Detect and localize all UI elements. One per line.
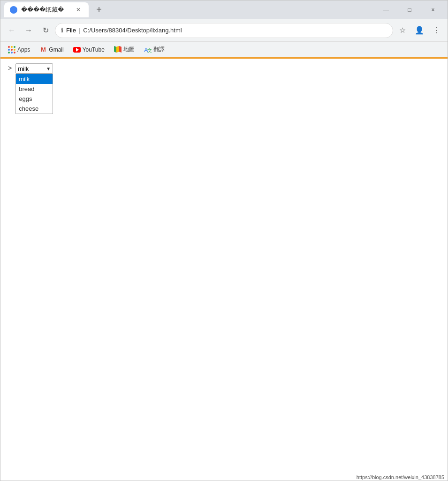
back-button[interactable]: ← bbox=[4, 23, 19, 38]
title-bar: ����纸藏� × + — □ × bbox=[0, 0, 448, 19]
account-button[interactable]: 👤 bbox=[412, 23, 427, 38]
url-text: C:/Users/88304/Desktop/lixiang.html bbox=[83, 27, 387, 34]
chrome-menu-button[interactable]: ⋮ bbox=[429, 23, 444, 38]
address-bar: ← → ↻ ℹ File | C:/Users/88304/Desktop/li… bbox=[0, 19, 448, 42]
svg-marker-3 bbox=[114, 46, 116, 53]
tab-favicon bbox=[10, 6, 17, 14]
dropdown-container: milk ▼ milk bread eggs cheese bbox=[15, 63, 53, 74]
forward-button[interactable]: → bbox=[21, 23, 36, 38]
lock-icon: ℹ bbox=[61, 27, 63, 34]
maximize-button[interactable]: □ bbox=[399, 2, 420, 17]
bookmark-apps-label: Apps bbox=[17, 46, 30, 53]
bookmark-gmail-label: Gmail bbox=[49, 46, 63, 53]
bookmark-translate[interactable]: A 文 翻譯 bbox=[140, 44, 168, 55]
select-box[interactable]: milk ▼ bbox=[15, 63, 53, 74]
svg-marker-5 bbox=[119, 46, 121, 53]
page-content: > milk ▼ milk bread eggs cheese bbox=[0, 59, 448, 78]
arrow-indicator: > bbox=[8, 64, 12, 72]
url-protocol: File bbox=[66, 27, 76, 34]
url-bar[interactable]: ℹ File | C:/Users/88304/Desktop/lixiang.… bbox=[55, 23, 393, 38]
url-separator: | bbox=[79, 27, 80, 34]
status-url: https://blog.csdn.net/weixin_43838785 bbox=[357, 474, 444, 480]
bookmark-maps-label: 地圖 bbox=[123, 46, 135, 53]
bookmark-star-button[interactable]: ☆ bbox=[395, 23, 410, 38]
dropdown-option-bread[interactable]: bread bbox=[16, 84, 53, 94]
dropdown-option-eggs[interactable]: eggs bbox=[16, 94, 53, 104]
gmail-icon: M bbox=[39, 46, 47, 53]
refresh-button[interactable]: ↻ bbox=[38, 23, 53, 38]
dropdown-list: milk bread eggs cheese bbox=[15, 74, 53, 114]
minimize-button[interactable]: — bbox=[375, 2, 397, 17]
bookmark-youtube-label: YouTube bbox=[83, 46, 105, 53]
svg-text:文: 文 bbox=[147, 48, 152, 53]
bookmark-maps[interactable]: 地圖 bbox=[110, 44, 138, 55]
tab-title: ����纸藏� bbox=[21, 6, 64, 14]
apps-grid-icon bbox=[8, 46, 15, 53]
bookmark-youtube[interactable]: YouTube bbox=[69, 44, 108, 55]
youtube-icon bbox=[73, 46, 81, 53]
bookmark-apps[interactable]: Apps bbox=[4, 44, 34, 55]
select-value: milk bbox=[18, 65, 46, 72]
bookmark-translate-label: 翻譯 bbox=[153, 46, 165, 53]
status-bar: https://blog.csdn.net/weixin_43838785 bbox=[353, 473, 448, 481]
translate-icon: A 文 bbox=[144, 46, 152, 53]
svg-marker-4 bbox=[116, 46, 119, 53]
dropdown-option-milk[interactable]: milk bbox=[16, 74, 53, 84]
new-tab-button[interactable]: + bbox=[92, 3, 106, 16]
bookmark-gmail[interactable]: M Gmail bbox=[36, 44, 67, 55]
close-window-button[interactable]: × bbox=[422, 2, 444, 17]
chevron-down-icon: ▼ bbox=[46, 66, 51, 71]
browser-tab[interactable]: ����纸藏� × bbox=[4, 2, 89, 17]
tab-close-button[interactable]: × bbox=[74, 5, 83, 15]
dropdown-option-cheese[interactable]: cheese bbox=[16, 104, 53, 114]
bookmarks-bar: Apps M Gmail YouTube bbox=[0, 42, 448, 59]
maps-icon bbox=[114, 46, 121, 53]
window-controls: — □ × bbox=[375, 2, 444, 17]
